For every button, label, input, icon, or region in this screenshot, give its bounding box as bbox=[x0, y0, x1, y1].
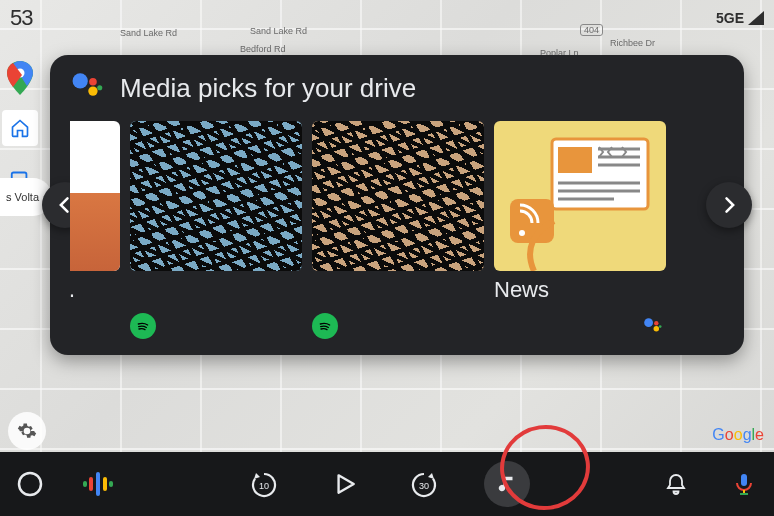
notifications-button[interactable] bbox=[656, 464, 696, 504]
assistant-icon bbox=[70, 69, 104, 107]
music-note-icon bbox=[496, 473, 518, 495]
road-label: Richbee Dr bbox=[610, 38, 655, 48]
chevron-right-icon bbox=[719, 195, 739, 215]
tile-art bbox=[312, 121, 484, 271]
tile-art bbox=[494, 121, 666, 271]
svg-point-2 bbox=[73, 73, 88, 88]
circle-outline-icon bbox=[16, 470, 44, 498]
play-icon bbox=[331, 471, 357, 497]
svg-rect-28 bbox=[741, 474, 747, 486]
svg-point-17 bbox=[654, 321, 658, 325]
carousel-next-button[interactable] bbox=[706, 182, 752, 228]
bell-icon bbox=[664, 472, 688, 496]
signal-icon bbox=[748, 11, 764, 25]
tile-label bbox=[312, 277, 484, 305]
svg-point-20 bbox=[19, 473, 41, 495]
voice-assistant-button[interactable] bbox=[724, 464, 764, 504]
media-tile[interactable] bbox=[130, 121, 302, 339]
bottom-nav: 10 30 bbox=[0, 452, 774, 516]
tile-label bbox=[130, 277, 302, 305]
media-picks-card: Media picks for your drive The … bbox=[50, 55, 744, 355]
forward-button[interactable]: 30 bbox=[404, 464, 444, 504]
svg-text:10: 10 bbox=[259, 481, 269, 491]
svg-point-19 bbox=[659, 325, 662, 328]
tile-label: The … bbox=[70, 277, 120, 305]
play-button[interactable] bbox=[324, 464, 364, 504]
media-carousel[interactable]: The … bbox=[70, 121, 724, 339]
home-button[interactable] bbox=[2, 110, 38, 146]
tile-label: News bbox=[494, 277, 666, 305]
gear-icon bbox=[17, 421, 37, 441]
svg-rect-22 bbox=[89, 477, 93, 491]
svg-point-16 bbox=[644, 318, 653, 327]
settings-button[interactable] bbox=[8, 412, 46, 450]
clock: 53 bbox=[10, 5, 32, 31]
spotify-icon bbox=[130, 313, 156, 339]
svg-rect-25 bbox=[109, 481, 113, 487]
svg-point-3 bbox=[89, 78, 97, 86]
google-maps-icon[interactable] bbox=[2, 60, 38, 96]
google-watermark: Google bbox=[712, 426, 764, 444]
spotify-icon bbox=[312, 313, 338, 339]
road-label: Bedford Rd bbox=[240, 44, 286, 54]
assistant-icon bbox=[642, 315, 666, 339]
rewind-button[interactable]: 10 bbox=[244, 464, 284, 504]
left-rail bbox=[0, 60, 40, 196]
svg-rect-21 bbox=[96, 472, 100, 496]
svg-rect-7 bbox=[558, 147, 592, 173]
location-chip-label: s Volta bbox=[6, 191, 39, 203]
podcasts-app-button[interactable] bbox=[78, 464, 118, 504]
mic-icon bbox=[732, 472, 756, 496]
network-status: 5GE bbox=[716, 10, 764, 26]
media-tile[interactable] bbox=[312, 121, 484, 339]
network-label: 5GE bbox=[716, 10, 744, 26]
media-tile[interactable]: The … bbox=[70, 121, 120, 339]
tile-art bbox=[130, 121, 302, 271]
music-app-button[interactable] bbox=[484, 461, 530, 507]
app-launcher-button[interactable] bbox=[10, 464, 50, 504]
svg-text:30: 30 bbox=[419, 481, 429, 491]
svg-point-5 bbox=[97, 85, 102, 90]
redaction-overlay bbox=[312, 121, 484, 271]
svg-point-15 bbox=[519, 230, 525, 236]
svg-point-4 bbox=[88, 86, 97, 95]
google-podcasts-icon bbox=[83, 469, 113, 499]
redaction-overlay bbox=[130, 121, 302, 271]
tile-art bbox=[70, 121, 120, 271]
card-title: Media picks for your drive bbox=[120, 73, 416, 104]
media-tile[interactable]: News bbox=[494, 121, 666, 339]
forward-30-icon: 30 bbox=[409, 469, 439, 499]
svg-point-18 bbox=[654, 326, 660, 332]
status-bar: 53 5GE bbox=[0, 0, 774, 36]
replay-10-icon: 10 bbox=[249, 469, 279, 499]
svg-rect-23 bbox=[103, 477, 107, 491]
svg-rect-24 bbox=[83, 481, 87, 487]
